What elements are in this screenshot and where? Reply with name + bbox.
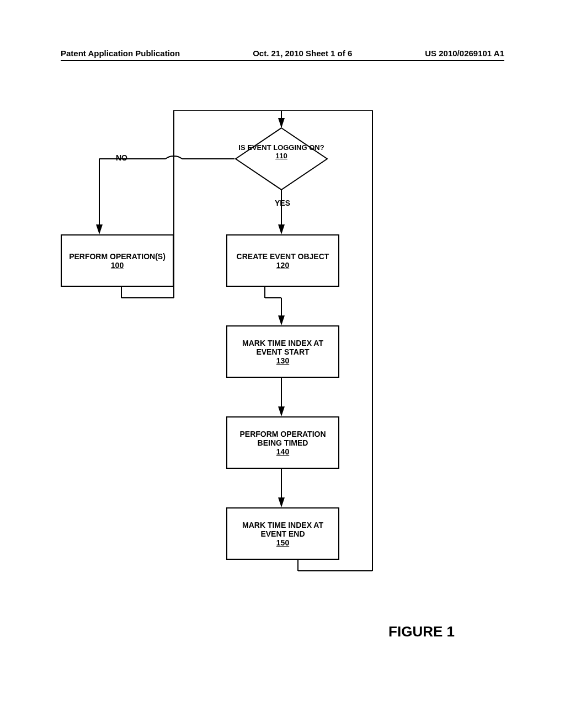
box-create-event-object: CREATE EVENT OBJECT 120 xyxy=(226,234,339,287)
box100-text: PERFORM OPERATION(S) xyxy=(69,252,166,261)
header-center: Oct. 21, 2010 Sheet 1 of 6 xyxy=(253,49,352,58)
decision-text: IS EVENT LOGGING ON? 110 xyxy=(234,143,328,160)
figure-label: FIGURE 1 xyxy=(388,623,455,640)
decision-label: IS EVENT LOGGING ON? xyxy=(234,143,328,152)
box130-num: 130 xyxy=(276,356,289,365)
box140-text: PERFORM OPERATION BEING TIMED xyxy=(232,430,334,447)
decision-num: 110 xyxy=(234,152,328,160)
header-left: Patent Application Publication xyxy=(61,49,180,58)
box-mark-time-end: MARK TIME INDEX AT EVENT END 150 xyxy=(226,507,339,560)
box130-text: MARK TIME INDEX AT EVENT START xyxy=(232,339,334,356)
page: Patent Application Publication Oct. 21, … xyxy=(0,0,565,728)
box-perform-operation-timed: PERFORM OPERATION BEING TIMED 140 xyxy=(226,416,339,469)
yes-label: YES xyxy=(275,199,290,207)
box120-num: 120 xyxy=(276,261,289,270)
header-right: US 2010/0269101 A1 xyxy=(425,49,504,58)
box120-text: CREATE EVENT OBJECT xyxy=(237,252,329,261)
box-mark-time-start: MARK TIME INDEX AT EVENT START 130 xyxy=(226,325,339,378)
box150-num: 150 xyxy=(276,538,289,547)
box150-text: MARK TIME INDEX AT EVENT END xyxy=(232,521,334,538)
box100-num: 100 xyxy=(111,261,124,270)
no-label: NO xyxy=(116,153,127,162)
page-header: Patent Application Publication Oct. 21, … xyxy=(61,49,504,61)
decision-event-logging: IS EVENT LOGGING ON? 110 xyxy=(234,127,328,191)
box140-num: 140 xyxy=(276,447,289,456)
box-perform-operations: PERFORM OPERATION(S) 100 xyxy=(61,234,174,287)
flowchart-diagram: IS EVENT LOGGING ON? 110 NO YES PERFORM … xyxy=(61,110,502,607)
